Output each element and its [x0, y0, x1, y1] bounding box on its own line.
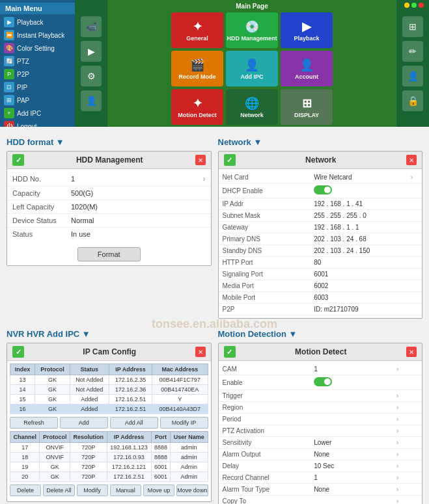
move-up-button[interactable]: Move up: [143, 484, 174, 496]
sidebar-item-p2p[interactable]: P P2P: [0, 68, 75, 81]
sidebar-item-instant-playback[interactable]: ⏩ Instant Playback: [0, 29, 75, 42]
motion-dialog-title: Motion Detect: [236, 347, 407, 356]
modify-button[interactable]: Modify: [77, 484, 108, 496]
motion-row-3: Region ›: [219, 402, 422, 414]
nvr-dialog-header: ✓ IP Cam Config ✕: [7, 343, 211, 361]
motion-check-icon: ✓: [224, 346, 236, 358]
tile-playback[interactable]: ▶ Playback: [281, 12, 333, 48]
logout-icon: ⏻: [4, 121, 14, 127]
tile-account[interactable]: 👤 Account: [281, 51, 333, 86]
motion-row-9: Record Channel 1 ›: [219, 472, 422, 484]
tile-motion-detect[interactable]: ✦ Motion Detect: [171, 89, 223, 125]
col-protocol: Protocol: [35, 364, 70, 375]
ipcam-row-3[interactable]: 16 GK Added 172.16.2.51 00B4140A43D7: [10, 405, 208, 414]
ipcam-header-row-2: Channel Protocol Resolution IP Address P…: [10, 432, 208, 443]
enable-toggle[interactable]: [314, 377, 332, 386]
col-ip: IP Address: [109, 364, 152, 375]
col2-channel: Channel: [10, 432, 40, 443]
net-row-4: Gateway 192 . 168 . 1 . 1: [219, 222, 422, 233]
net-row-8: Signaling Port 6001: [219, 269, 422, 280]
tile-add-ipc[interactable]: 👤 Add IPC: [226, 51, 278, 86]
color-setting-icon: 🎨: [4, 43, 14, 53]
tile-network[interactable]: 🌐 Network: [226, 89, 278, 125]
sidebar-item-ptz[interactable]: 🔄 PTZ: [0, 55, 75, 68]
delete-button[interactable]: Delete: [10, 484, 41, 496]
hdd-dialog-header: ✓ HDD Management ✕: [7, 152, 211, 169]
network-section-header[interactable]: Network ▼: [218, 137, 423, 147]
camera-icon: 📹: [81, 16, 102, 37]
network-section: Network ▼ ✓ Network ✕ Net Card Wire Netc…: [218, 132, 423, 319]
network-dialog: ✓ Network ✕ Net Card Wire Netcard › DHCP…: [218, 151, 423, 319]
top-banner: Main Menu ▶ Playback ⏩ Instant Playback …: [0, 0, 429, 127]
user-icon: 👤: [402, 66, 423, 86]
main-content-area: Main Page ✦ General 💿 HDD Management ▶ P…: [107, 0, 396, 127]
net-row-2: IP Addr 192 . 168 . 1 . 41: [219, 198, 422, 210]
settings-icon: ⚙: [81, 66, 102, 86]
col2-ip: IP Address: [107, 432, 151, 443]
motion-row-10: Alarm Tour Type None ›: [219, 484, 422, 496]
nvr-section: NVR HVR Add IPC ▼ ✓ IP Cam Config ✕ Inde…: [7, 324, 212, 504]
sidebar-item-pap[interactable]: ⊞ PAP: [0, 94, 75, 107]
display-tile-icon: ⊞: [302, 96, 312, 111]
dhcp-toggle[interactable]: [314, 185, 332, 194]
motion-row-11: Copy To ›: [219, 496, 422, 505]
net-row-7: HTTP Port 80: [219, 257, 422, 269]
net-row-10: Mobile Port 6003: [219, 292, 422, 304]
sidebar-item-playback[interactable]: ▶ Playback: [0, 16, 75, 29]
hdd-close-button[interactable]: ✕: [195, 155, 206, 165]
motion-section-header[interactable]: Motion Detection ▼: [218, 329, 423, 339]
net-row-3: Subnet Mask 255 . 255 . 255 . 0: [219, 210, 422, 222]
nvr-close-button[interactable]: ✕: [195, 347, 206, 357]
tile-display[interactable]: ⊞ DISPLAY: [281, 89, 333, 125]
hdd-dialog-title: HDD Management: [24, 155, 195, 165]
motion-close-button[interactable]: ✕: [406, 347, 417, 357]
grid-icon: ⊞: [402, 16, 423, 37]
motion-row-0: CAM 1 ›: [219, 364, 422, 375]
ptz-icon: 🔄: [4, 56, 14, 66]
network-dialog-body: Net Card Wire Netcard › DHCP Enable IP A…: [219, 169, 422, 318]
add-all-button[interactable]: Add All: [110, 417, 158, 429]
refresh-button[interactable]: Refresh: [10, 417, 58, 429]
nvr-btn-row-2: Delete Delete All Modify Manual Move up …: [10, 484, 208, 496]
hdd-row-1: Capacity 500(G): [7, 187, 211, 200]
delete-all-button[interactable]: Delete All: [43, 484, 74, 496]
hdd-section-header[interactable]: HDD format ▼: [7, 137, 212, 147]
hdd-row-0: HDD No. 1 ›: [7, 172, 211, 187]
tile-record-mode[interactable]: 🎬 Record Mode: [171, 51, 223, 86]
network-check-icon: ✓: [224, 154, 236, 166]
sidebar-item-add-ipc[interactable]: + Add IPC: [0, 107, 75, 120]
net-row-0: Net Card Wire Netcard ›: [219, 172, 422, 183]
hdd-row-2: Left Capacity 1020(M): [7, 200, 211, 214]
net-row-6: Standby DNS 202 . 103 . 24 . 150: [219, 245, 422, 257]
format-button[interactable]: Format: [77, 247, 141, 261]
nvr-section-header[interactable]: NVR HVR Add IPC ▼: [7, 329, 212, 339]
sidebar-item-pip[interactable]: ⊡ PIP: [0, 81, 75, 94]
network-dialog-header: ✓ Network ✕: [219, 152, 422, 169]
section-row-1: HDD format ▼ ✓ HDD Management ✕ HDD No. …: [7, 132, 422, 319]
sidebar-menu: Main Menu ▶ Playback ⏩ Instant Playback …: [0, 0, 75, 127]
col2-port: Port: [151, 432, 171, 443]
nvr-check-icon: ✓: [12, 346, 24, 358]
sidebar-item-logout[interactable]: ⏻ Logout: [0, 120, 75, 127]
status-dot-yellow: [404, 3, 409, 8]
ipcam-row-2: 15 GK Added 172.16.2.51 Y: [10, 395, 208, 405]
nvr-dialog: ✓ IP Cam Config ✕ Index Protocol Status …: [7, 343, 212, 502]
pap-icon: ⊞: [4, 95, 14, 105]
tile-hdd-management[interactable]: 💿 HDD Management: [226, 12, 278, 48]
sidebar-item-color-setting[interactable]: 🎨 Color Setting: [0, 42, 75, 55]
motion-row-1: Enable: [219, 375, 422, 390]
network-close-button[interactable]: ✕: [406, 155, 417, 165]
nvr-dialog-body: Index Protocol Status IP Address Mac Add…: [7, 361, 211, 501]
motion-section: Motion Detection ▼ ✓ Motion Detect ✕ CAM…: [218, 324, 423, 504]
motion-row-5: PTZ Activation ›: [219, 425, 422, 437]
hdd-dialog: ✓ HDD Management ✕ HDD No. 1 › Capacity …: [7, 151, 212, 266]
content-area: tonsee.en.alibaba.com HDD format ▼ ✓ HDD…: [0, 127, 429, 504]
manual-button[interactable]: Manual: [110, 484, 141, 496]
playback-tile-icon: ▶: [302, 20, 311, 34]
move-down-button[interactable]: Move down: [176, 484, 208, 496]
tile-general[interactable]: ✦ General: [171, 12, 223, 48]
modify-ip-button[interactable]: Modify IP: [160, 417, 208, 429]
play-icon: ▶: [81, 41, 102, 62]
add-button[interactable]: Add: [60, 417, 108, 429]
hdd-dialog-body: HDD No. 1 › Capacity 500(G) Left Capacit…: [7, 169, 211, 243]
